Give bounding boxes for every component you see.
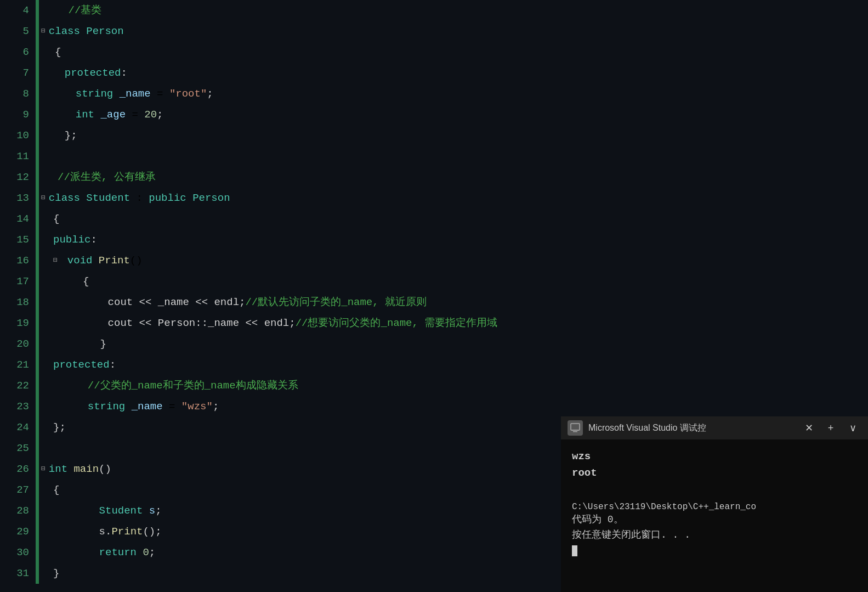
- left-border: [36, 0, 39, 21]
- left-border: [36, 292, 39, 313]
- svg-rect-0: [571, 424, 580, 430]
- code-content-19: cout << Person::_name << endl;//想要访问父类的_…: [41, 313, 868, 334]
- terminal-icon: [568, 420, 583, 436]
- code-line-20: 20 }: [0, 334, 868, 354]
- left-border: [36, 250, 39, 271]
- left-border: [36, 104, 39, 125]
- terminal-chevron-button[interactable]: ∨: [844, 420, 861, 436]
- line-number-31: 31: [0, 563, 36, 584]
- left-border: [36, 459, 39, 480]
- left-border: [36, 375, 39, 396]
- editor-container: 4 //基类 5 ⊟ class Person 6 { 7 protected:…: [0, 0, 868, 592]
- code-line-7: 7 protected:: [0, 63, 868, 83]
- left-border: [36, 354, 39, 375]
- line-number-25: 25: [0, 438, 36, 459]
- code-content-22: //父类的_name和子类的_name构成隐藏关系: [41, 375, 868, 396]
- svg-rect-2: [572, 430, 578, 431]
- left-border: [36, 500, 39, 521]
- line-number-17: 17: [0, 271, 36, 292]
- line-number-26: 26: [0, 459, 36, 480]
- left-border: [36, 21, 39, 42]
- terminal-cursor-line: [572, 543, 857, 559]
- line-number-29: 29: [0, 521, 36, 542]
- left-border: [36, 521, 39, 542]
- code-content-17: {: [41, 271, 868, 292]
- code-content-6: {: [41, 42, 868, 63]
- code-line-11: 11: [0, 146, 868, 167]
- terminal-output-root: root: [572, 465, 857, 481]
- left-border: [36, 146, 39, 167]
- code-line-6: 6 {: [0, 42, 868, 63]
- left-border: [36, 125, 39, 146]
- left-border: [36, 188, 39, 208]
- line-number-23: 23: [0, 396, 36, 417]
- line-number-8: 8: [0, 83, 36, 104]
- line-number-7: 7: [0, 63, 36, 83]
- collapse-btn-26[interactable]: ⊟: [41, 459, 46, 480]
- code-content-21: protected:: [41, 354, 868, 375]
- line-number-12: 12: [0, 167, 36, 188]
- code-content-14: {: [41, 208, 868, 229]
- terminal-body: wzs root C:\Users\23119\Desktop\C++_lear…: [561, 439, 868, 592]
- code-line-21: 21 protected:: [0, 354, 868, 375]
- code-content-9: int _age = 20;: [41, 104, 868, 125]
- line-number-15: 15: [0, 229, 36, 250]
- code-line-15: 15 public:: [0, 229, 868, 250]
- left-border: [36, 63, 39, 83]
- terminal-close-button[interactable]: ✕: [800, 420, 818, 436]
- code-content-7: protected:: [41, 63, 868, 83]
- terminal-title: Microsoft Visual Studio 调试控: [588, 422, 795, 434]
- code-line-17: 17 {: [0, 271, 868, 292]
- line-number-21: 21: [0, 354, 36, 375]
- line-number-20: 20: [0, 334, 36, 354]
- code-content-16: void Print(): [59, 250, 868, 271]
- line-number-16: 16: [0, 250, 36, 271]
- code-content-23: string _name = ″wzs″;: [41, 396, 868, 417]
- code-content-5: class Person: [47, 21, 868, 42]
- left-border: [36, 334, 39, 354]
- code-content-15: public:: [41, 229, 868, 250]
- line-number-9: 9: [0, 104, 36, 125]
- left-border: [36, 83, 39, 104]
- code-content-10: };: [41, 125, 868, 146]
- code-line-8: 8 string _name = ″root″;: [0, 83, 868, 104]
- left-border: [36, 313, 39, 334]
- code-line-5: 5 ⊟ class Person: [0, 21, 868, 42]
- code-content-18: cout << _name << endl;//默认先访问子类的_name, 就…: [41, 292, 868, 313]
- code-line-23: 23 string _name = ″wzs″;: [0, 396, 868, 417]
- line-number-5: 5: [0, 21, 36, 42]
- collapse-btn-5[interactable]: ⊟: [41, 21, 46, 42]
- line-number-19: 19: [0, 313, 36, 334]
- code-line-10: 10 };: [0, 125, 868, 146]
- line-number-13: 13: [0, 188, 36, 208]
- left-border: [36, 229, 39, 250]
- line-number-6: 6: [0, 42, 36, 63]
- terminal-titlebar: Microsoft Visual Studio 调试控 ✕ + ∨: [561, 416, 868, 439]
- code-content-13: class Student : public Person: [47, 188, 868, 208]
- code-content-8: string _name = ″root″;: [41, 83, 868, 104]
- code-line-19: 19 cout << Person::_name << endl;//想要访问父…: [0, 313, 868, 334]
- line-number-28: 28: [0, 500, 36, 521]
- code-line-4: 4 //基类: [0, 0, 868, 21]
- code-content-20: }: [41, 334, 868, 354]
- line-number-22: 22: [0, 375, 36, 396]
- line-number-4: 4: [0, 0, 36, 21]
- code-line-16: 16 ⊟ void Print(): [0, 250, 868, 271]
- line-number-10: 10: [0, 125, 36, 146]
- left-border: [36, 271, 39, 292]
- line-number-11: 11: [0, 146, 36, 167]
- line-number-14: 14: [0, 208, 36, 229]
- terminal-window: Microsoft Visual Studio 调试控 ✕ + ∨ wzs ro…: [561, 416, 868, 592]
- svg-rect-1: [573, 431, 577, 432]
- left-border: [36, 417, 39, 438]
- code-line-18: 18 cout << _name << endl;//默认先访问子类的_name…: [0, 292, 868, 313]
- code-line-13: 13 ⊟ class Student : public Person: [0, 188, 868, 208]
- collapse-btn-16[interactable]: ⊟: [53, 250, 58, 271]
- line-number-18: 18: [0, 292, 36, 313]
- terminal-add-button[interactable]: +: [822, 420, 839, 436]
- left-border: [36, 542, 39, 563]
- code-content-12: //派生类, 公有继承: [41, 167, 868, 188]
- collapse-btn-13[interactable]: ⊟: [41, 188, 46, 208]
- left-border: [36, 563, 39, 584]
- line-number-27: 27: [0, 480, 36, 500]
